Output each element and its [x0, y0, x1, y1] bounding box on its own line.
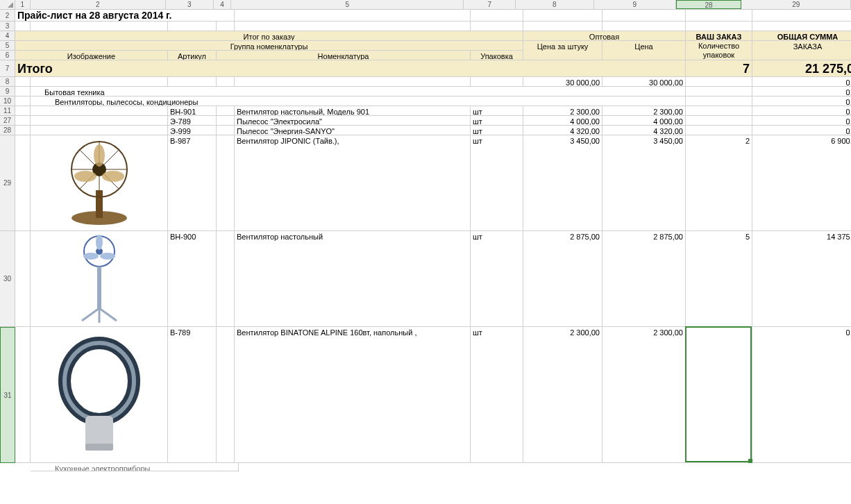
row-header[interactable]: 4: [0, 31, 15, 41]
row-header[interactable]: 3: [0, 22, 15, 31]
col-header[interactable]: 2: [31, 0, 166, 9]
cell[interactable]: [15, 231, 31, 327]
cell[interactable]: [15, 116, 31, 126]
cell[interactable]: [235, 77, 471, 87]
header-your-order: ВАШ ЗАКАЗ: [686, 31, 752, 41]
row-header[interactable]: 28: [0, 126, 15, 135]
cell[interactable]: [15, 327, 31, 463]
row-header[interactable]: 31: [0, 327, 15, 463]
cell[interactable]: [31, 22, 168, 31]
cell[interactable]: [686, 87, 752, 96]
cell-unit: шт: [471, 231, 523, 327]
cell-price: 30 000,00: [523, 77, 603, 87]
cell[interactable]: [168, 22, 217, 31]
cell[interactable]: [217, 231, 235, 327]
cell[interactable]: [603, 10, 686, 22]
row-header[interactable]: 29: [0, 135, 15, 231]
cell[interactable]: [752, 10, 851, 22]
row-header[interactable]: 7: [0, 60, 15, 77]
cell[interactable]: [15, 135, 31, 231]
cell[interactable]: [471, 10, 523, 22]
row-header[interactable]: 8: [0, 77, 15, 87]
col-header[interactable]: 1: [15, 0, 31, 9]
cell[interactable]: [471, 77, 523, 87]
cell[interactable]: [217, 327, 235, 463]
cell[interactable]: [217, 22, 235, 31]
cell[interactable]: [523, 10, 603, 22]
col-header[interactable]: 8: [516, 0, 593, 9]
cell-qty[interactable]: [686, 106, 752, 116]
cell[interactable]: [168, 77, 217, 87]
cell[interactable]: [15, 106, 31, 116]
cell-sku: ВН-901: [168, 106, 217, 116]
cell[interactable]: [217, 126, 235, 135]
header-packaging: Упаковка: [471, 51, 523, 60]
column-headers: 123457892829: [0, 0, 851, 10]
cell[interactable]: [31, 106, 168, 116]
col-header[interactable]: 5: [231, 0, 464, 9]
cell-qty[interactable]: 2: [686, 135, 752, 231]
svg-line-18: [99, 308, 117, 321]
header-sku: Артикул: [168, 51, 217, 60]
cell[interactable]: [686, 77, 752, 87]
cell[interactable]: [31, 126, 168, 135]
row-header[interactable]: 10: [0, 96, 15, 106]
cell-price: 30 000,00: [603, 77, 686, 87]
cell[interactable]: [15, 96, 31, 106]
cell-sku: ВН-900: [168, 231, 217, 327]
cell-price: 3 450,00: [603, 135, 686, 231]
cell-sum: 0,00: [752, 106, 851, 116]
cell[interactable]: [235, 10, 471, 22]
cell[interactable]: [217, 106, 235, 116]
cell[interactable]: [523, 22, 603, 31]
cell-qty[interactable]: [686, 126, 752, 135]
cell[interactable]: [217, 135, 235, 231]
cell[interactable]: [31, 77, 168, 87]
col-header[interactable]: 4: [214, 0, 232, 9]
cell-sku: Э-789: [168, 116, 217, 126]
cell[interactable]: [752, 22, 851, 31]
col-header[interactable]: 7: [464, 0, 516, 9]
cell-sum: 0,00: [752, 96, 851, 106]
category-row: Кухонные электроприборы: [31, 463, 239, 471]
cell[interactable]: [686, 22, 752, 31]
svg-point-9: [74, 171, 96, 182]
row-header[interactable]: 9: [0, 87, 15, 96]
row-header[interactable]: 27: [0, 116, 15, 126]
row-header[interactable]: 5: [0, 41, 15, 51]
cell[interactable]: [15, 77, 31, 87]
cell-qty[interactable]: [686, 116, 752, 126]
cell-unit: шт: [471, 327, 523, 463]
cell[interactable]: [217, 116, 235, 126]
cell[interactable]: [15, 126, 31, 135]
cell[interactable]: [217, 77, 235, 87]
cell[interactable]: [471, 22, 523, 31]
cell-name: Вентилятор настольный: [235, 231, 471, 327]
header-qty: Количество упаковок: [686, 41, 752, 60]
cell-unit: шт: [471, 126, 523, 135]
cell[interactable]: [15, 87, 31, 96]
row-header[interactable]: 11: [0, 106, 15, 116]
cell[interactable]: [31, 116, 168, 126]
cell[interactable]: [235, 22, 471, 31]
col-header[interactable]: 9: [594, 0, 676, 9]
totals-sum: 21 275,00: [752, 60, 851, 77]
cell-sum: 14 375,00: [752, 231, 851, 327]
cell-qty[interactable]: 5: [686, 231, 752, 327]
row-header[interactable]: 6: [0, 51, 15, 60]
cell-name: Вентилятор настольный, Модель 901: [235, 106, 471, 116]
cell-price: 2 875,00: [603, 231, 686, 327]
page-title: Прайс-лист на 28 августа 2014 г.: [15, 10, 235, 22]
cell-qty[interactable]: [686, 327, 752, 463]
col-header[interactable]: 3: [166, 0, 214, 9]
row-header[interactable]: 30: [0, 231, 15, 327]
cell[interactable]: [603, 22, 686, 31]
col-header[interactable]: 28: [676, 0, 742, 9]
cell[interactable]: [686, 10, 752, 22]
category-row: Вентиляторы, пылесосы, кондиционеры: [31, 96, 686, 106]
col-header[interactable]: 29: [741, 0, 851, 9]
cell[interactable]: [15, 22, 31, 31]
row-header[interactable]: 2: [0, 10, 15, 22]
select-all-corner[interactable]: [0, 0, 15, 10]
cell[interactable]: [686, 96, 752, 106]
